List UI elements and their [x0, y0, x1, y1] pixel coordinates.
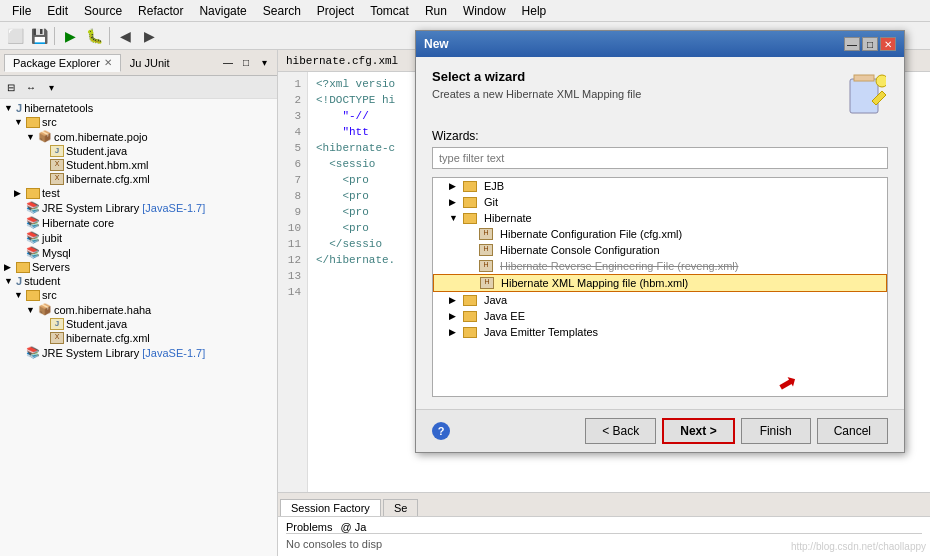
- tree-item-hibernate-cfg-xml-1[interactable]: X hibernate.cfg.xml: [2, 172, 275, 186]
- tree-item-jre2[interactable]: 📚 JRE System Library [JavaSE-1.7]: [2, 345, 275, 360]
- menu-edit[interactable]: Edit: [39, 4, 76, 18]
- tree-item-student-hbm-xml[interactable]: X Student.hbm.xml: [2, 158, 275, 172]
- code-editor-filename: hibernate.cfg.xml: [286, 55, 398, 67]
- arrow-icon: ▼: [14, 290, 24, 300]
- menu-project[interactable]: Project: [309, 4, 362, 18]
- filter-input[interactable]: [432, 147, 888, 169]
- java-file-icon: J: [50, 145, 64, 157]
- tab-package-explorer-close[interactable]: ✕: [104, 57, 112, 68]
- menu-window[interactable]: Window: [455, 4, 514, 18]
- package-icon: 📦: [38, 303, 52, 316]
- tree-item-mysql[interactable]: 📚 Mysql: [2, 245, 275, 260]
- tree-item-com-hibernate-pojo[interactable]: ▼ 📦 com.hibernate.pojo: [2, 129, 275, 144]
- dialog-title: New: [424, 37, 449, 51]
- wizard-item-hibernate[interactable]: ▼ Hibernate: [433, 210, 887, 226]
- folder-icon: [16, 262, 30, 273]
- wizard-item-hibernate-console[interactable]: H Hibernate Console Configuration: [433, 242, 887, 258]
- panel-maximize[interactable]: □: [237, 54, 255, 72]
- menu-file[interactable]: File: [4, 4, 39, 18]
- toolbar-save[interactable]: 💾: [28, 25, 50, 47]
- tree-item-hibernate-core[interactable]: 📚 Hibernate core: [2, 215, 275, 230]
- finish-button[interactable]: Finish: [741, 418, 811, 444]
- toolbar-forward[interactable]: ▶: [138, 25, 160, 47]
- back-button[interactable]: < Back: [585, 418, 656, 444]
- tab-package-explorer-label: Package Explorer: [13, 57, 100, 69]
- wizards-label: Wizards:: [432, 129, 888, 143]
- menu-tomcat[interactable]: Tomcat: [362, 4, 417, 18]
- folder-icon: [463, 327, 477, 338]
- wizard-item-java[interactable]: ▶ Java: [433, 292, 887, 308]
- console-icon: H: [479, 244, 493, 256]
- dialog-close[interactable]: ✕: [880, 37, 896, 51]
- panel-minimize[interactable]: —: [219, 54, 237, 72]
- tree-link-editor[interactable]: ↔: [22, 78, 40, 96]
- dialog-minimize[interactable]: —: [844, 37, 860, 51]
- new-wizard-dialog: New — □ ✕ Select a wizard Creates a new …: [415, 30, 905, 453]
- tree-item-hibernatetools[interactable]: ▼ J hibernatetools: [2, 101, 275, 115]
- arrow-icon: ▶: [449, 197, 459, 207]
- library-icon: 📚: [26, 231, 40, 244]
- next-button[interactable]: Next >: [662, 418, 734, 444]
- tree-item-test[interactable]: ▶ test: [2, 186, 275, 200]
- tree-item-student-java-1[interactable]: J Student.java: [2, 144, 275, 158]
- tree-item-student-java-2[interactable]: J Student.java: [2, 317, 275, 331]
- menu-run[interactable]: Run: [417, 4, 455, 18]
- line-numbers: 1234 5678 9101112 1314: [278, 72, 308, 492]
- folder-icon: [463, 295, 477, 306]
- svg-rect-1: [854, 75, 874, 81]
- library-icon: 📚: [26, 246, 40, 259]
- tab-junit[interactable]: Ju JUnit: [121, 54, 179, 72]
- tree-item-com-hibernate-haha[interactable]: ▼ 📦 com.hibernate.haha: [2, 302, 275, 317]
- help-icon[interactable]: ?: [432, 422, 450, 440]
- toolbar-run[interactable]: ▶: [59, 25, 81, 47]
- wizard-item-hibernate-reveng[interactable]: H Hibernate Reverse Engineering File (re…: [433, 258, 887, 274]
- folder-icon: [463, 197, 477, 208]
- footer-right: < Back Next > Finish Cancel: [585, 418, 888, 444]
- tree-item-jre1[interactable]: 📚 JRE System Library [JavaSE-1.7]: [2, 200, 275, 215]
- folder-icon: [463, 181, 477, 192]
- tab-session-factory[interactable]: Session Factory: [280, 499, 381, 516]
- menu-navigate[interactable]: Navigate: [191, 4, 254, 18]
- tree-collapse-all[interactable]: ⊟: [2, 78, 20, 96]
- toolbar-debug[interactable]: 🐛: [83, 25, 105, 47]
- tree-menu[interactable]: ▾: [42, 78, 60, 96]
- tab-se[interactable]: Se: [383, 499, 418, 516]
- tree-item-src1[interactable]: ▼ src: [2, 115, 275, 129]
- wizard-item-jet[interactable]: ▶ Java Emitter Templates: [433, 324, 887, 340]
- menu-source[interactable]: Source: [76, 4, 130, 18]
- arrow-icon: ▼: [26, 305, 36, 315]
- ide-container: File Edit Source Refactor Navigate Searc…: [0, 0, 930, 556]
- arrow-icon: ▼: [26, 132, 36, 142]
- wizard-item-ejb[interactable]: ▶ EJB: [433, 178, 887, 194]
- arrow-icon: ▼: [4, 103, 14, 113]
- left-panel: Package Explorer ✕ Ju JUnit — □ ▾ ⊟ ↔ ▾: [0, 50, 278, 556]
- tree-item-src2[interactable]: ▼ src: [2, 288, 275, 302]
- panel-menu[interactable]: ▾: [255, 54, 273, 72]
- menu-search[interactable]: Search: [255, 4, 309, 18]
- toolbar-back[interactable]: ◀: [114, 25, 136, 47]
- wizard-item-git[interactable]: ▶ Git: [433, 194, 887, 210]
- tree-item-hibernate-cfg-xml-2[interactable]: X hibernate.cfg.xml: [2, 331, 275, 345]
- bottom-editor-tabs: Session Factory Se: [278, 492, 930, 516]
- wizard-item-hibernate-hbm[interactable]: H Hibernate XML Mapping file (hbm.xml): [433, 274, 887, 292]
- arrow-icon: ▶: [449, 295, 459, 305]
- wizard-item-javaee[interactable]: ▶ Java EE: [433, 308, 887, 324]
- dialog-header-section: Select a wizard Creates a new Hibernate …: [432, 69, 888, 117]
- dialog-body: Select a wizard Creates a new Hibernate …: [416, 57, 904, 409]
- tree-item-servers[interactable]: ▶ Servers: [2, 260, 275, 274]
- arrow-icon: ▼: [14, 117, 24, 127]
- menu-help[interactable]: Help: [514, 4, 555, 18]
- tab-package-explorer[interactable]: Package Explorer ✕: [4, 54, 121, 72]
- wizard-tree[interactable]: ▶ EJB ▶ Git ▼ Hibernate: [432, 177, 888, 397]
- toolbar-new[interactable]: ⬜: [4, 25, 26, 47]
- cancel-button[interactable]: Cancel: [817, 418, 888, 444]
- xml-file-icon: X: [50, 173, 64, 185]
- tab-problems[interactable]: Problems: [286, 521, 332, 533]
- menu-refactor[interactable]: Refactor: [130, 4, 191, 18]
- tree-item-jubit[interactable]: 📚 jubit: [2, 230, 275, 245]
- footer-left: ?: [432, 422, 450, 440]
- tree-item-student-project[interactable]: ▼ J student: [2, 274, 275, 288]
- wizard-item-hibernate-cfg[interactable]: H Hibernate Configuration File (cfg.xml): [433, 226, 887, 242]
- tab-javadoc[interactable]: @ Ja: [340, 521, 366, 533]
- dialog-maximize[interactable]: □: [862, 37, 878, 51]
